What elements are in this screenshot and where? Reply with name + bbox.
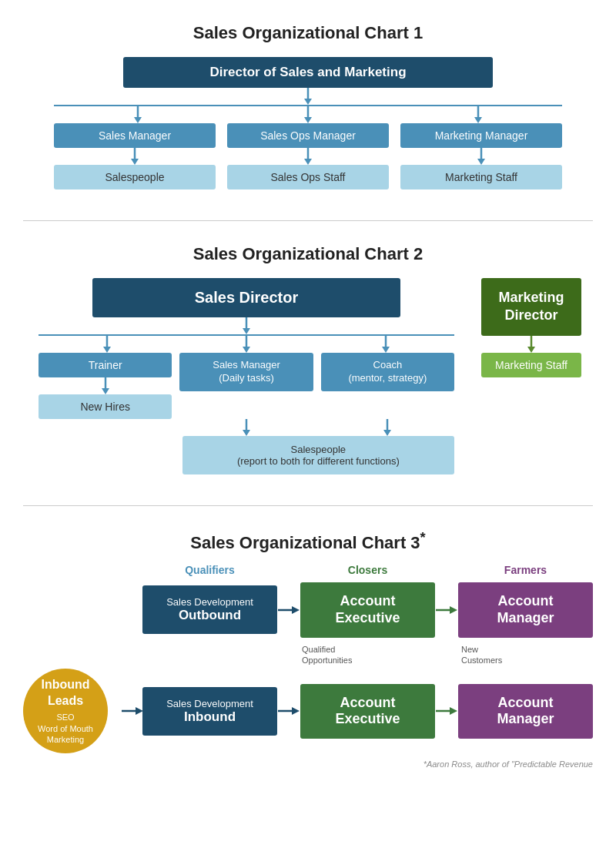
chart2-marketing-staff: Marketing Staff (481, 353, 581, 377)
chart3-row2-exec-box: AccountExecutive (300, 684, 435, 739)
chart1-col2-manager: Sales Ops Manager (227, 123, 389, 148)
chart3-row1-dev-box: Sales Development Outbound (142, 585, 277, 634)
chart3-header-qualifiers: Qualifiers (142, 564, 277, 576)
chart2-col3-manager: Coach(mentor, strategy) (321, 353, 454, 391)
chart3-qualified-label: QualifiedOpportunities (302, 644, 434, 666)
arrow-down-icon (131, 106, 145, 123)
arrow-down-icon (128, 148, 142, 165)
svg-marker-29 (527, 347, 535, 353)
arrow-down-icon (239, 317, 253, 334)
chart1-section: Sales Organizational Chart 1 Director of… (23, 15, 593, 205)
chart3-title: Sales Organizational Chart 3* (23, 529, 593, 553)
svg-marker-23 (102, 388, 109, 394)
chart2-section: Sales Organizational Chart 2 Sales Direc… (23, 236, 593, 490)
arrow-down-icon (99, 377, 112, 394)
chart2-top-box: Sales Director (92, 278, 400, 317)
arrow-down-icon (100, 336, 114, 353)
svg-marker-3 (134, 117, 142, 123)
chart3-header-farmers: Farmers (458, 564, 593, 576)
chart3-section: Sales Organizational Chart 3* Qualifiers… (23, 521, 593, 776)
arrow-right-icon (122, 704, 142, 718)
chart2-col2-manager: Sales Manager(Daily tasks) (179, 353, 313, 391)
chart1-title: Sales Organizational Chart 1 (23, 23, 593, 43)
svg-marker-39 (450, 707, 457, 715)
svg-marker-9 (131, 159, 139, 165)
chart1-col1-manager: Sales Manager (54, 123, 216, 148)
chart1-col3-staff: Marketing Staff (400, 165, 562, 189)
arrow-down-icon (301, 148, 315, 165)
arrow-down-icon (239, 336, 253, 353)
svg-marker-15 (243, 328, 250, 334)
divider1 (23, 220, 593, 221)
svg-marker-19 (243, 347, 250, 353)
svg-marker-7 (474, 117, 482, 123)
arrow-down-icon (379, 336, 393, 353)
arrow-down-green-icon (524, 336, 538, 353)
svg-marker-25 (243, 430, 250, 436)
divider2 (23, 505, 593, 506)
chart2-salespeople-box: Salespeople(report to both for different… (182, 436, 454, 474)
chart3-new-customers-label: NewCustomers (461, 644, 593, 666)
chart3-footnote: *Aaron Ross, author of "Predictable Reve… (23, 759, 593, 769)
chart3-row2-manager-box: AccountManager (458, 684, 593, 739)
chart1-col3-manager: Marketing Manager (400, 123, 562, 148)
svg-marker-27 (383, 430, 391, 436)
arrow-down-icon (471, 106, 485, 123)
chart2-marketing-director: MarketingDirector (481, 278, 581, 336)
chart3-row2-dev-box: Sales Development Inbound (142, 687, 277, 736)
svg-marker-1 (304, 99, 312, 105)
svg-marker-37 (292, 707, 300, 715)
svg-marker-13 (477, 159, 485, 165)
chart2-title: Sales Organizational Chart 2 (23, 244, 593, 264)
chart3-header-closers: Closers (300, 564, 435, 576)
arrow-right-icon (436, 704, 457, 718)
chart3-row1-exec-box: AccountExecutive (300, 582, 435, 637)
svg-marker-35 (136, 707, 142, 715)
arrow-down-icon (239, 419, 253, 436)
arrow-down-icon (380, 419, 394, 436)
arrow-right-icon (278, 704, 300, 718)
svg-marker-31 (292, 606, 300, 614)
chart1-col1-staff: Salespeople (54, 165, 216, 189)
svg-marker-33 (450, 606, 457, 614)
arrow-down-icon (301, 88, 315, 105)
svg-marker-21 (382, 347, 390, 353)
arrow-right-icon (278, 603, 300, 617)
svg-marker-11 (304, 159, 312, 165)
chart1-top-box: Director of Sales and Marketing (123, 57, 493, 88)
chart2-col1-staff: New Hires (38, 394, 172, 419)
chart3-inbound-circle: InboundLeads SEOWord of MouthMarketing (23, 669, 108, 753)
chart2-col1-manager: Trainer (38, 353, 172, 377)
arrow-right-icon (436, 603, 457, 617)
arrow-down-icon (474, 148, 488, 165)
svg-marker-5 (304, 117, 312, 123)
svg-marker-17 (103, 347, 111, 353)
chart3-row1-manager-box: AccountManager (458, 582, 593, 637)
chart1-col2-staff: Sales Ops Staff (227, 165, 389, 189)
arrow-down-icon (301, 106, 315, 123)
